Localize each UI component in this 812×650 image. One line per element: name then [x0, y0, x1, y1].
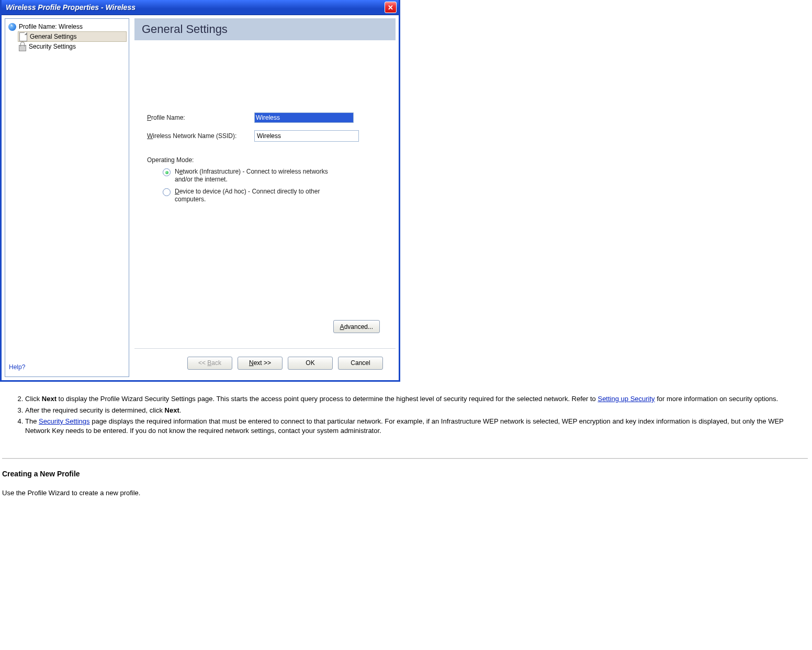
radio-adhoc-label[interactable]: Device to device (Ad hoc) - Connect dire… [175, 188, 341, 203]
close-button[interactable]: ✕ [385, 2, 397, 13]
panel-heading: General Settings [142, 22, 228, 36]
titlebar[interactable]: Wireless Profile Properties - Wireless ✕ [2, 0, 399, 15]
radio-infrastructure-label[interactable]: Network (Infrastructure) - Connect to wi… [175, 168, 341, 184]
lock-icon [19, 45, 26, 51]
instruction-article: Click Next to display the Profile Wizard… [2, 394, 808, 498]
step-2: Click Next to display the Profile Wizard… [25, 394, 808, 404]
ok-button[interactable]: OK [288, 357, 333, 370]
tree-root-profile[interactable]: Profile Name: Wireless [7, 22, 127, 31]
general-settings-panel: General Settings Profile Name: Wireless … [134, 18, 396, 377]
page-icon [19, 32, 27, 41]
tree-item-label: General Settings [30, 33, 76, 40]
ssid-input[interactable] [254, 130, 359, 142]
step-4: The Security Settings page displays the … [25, 417, 808, 435]
paragraph-create-profile: Use the Profile Wizard to create a new p… [2, 488, 808, 498]
tree-item-label: Security Settings [29, 43, 76, 50]
window-title: Wireless Profile Properties - Wireless [6, 3, 136, 12]
link-security-settings[interactable]: Security Settings [39, 417, 90, 425]
advanced-button[interactable]: Advanced... [333, 320, 380, 333]
cancel-button[interactable]: Cancel [338, 357, 383, 370]
profile-name-label: Profile Name: [147, 114, 254, 121]
radio-adhoc[interactable] [163, 188, 171, 196]
operating-mode-label: Operating Mode: [147, 156, 383, 164]
dialog-button-bar: << Back Next >> OK Cancel [134, 348, 396, 377]
link-setting-up-security[interactable]: Setting up Security [597, 395, 655, 403]
tree-root-label: Profile Name: Wireless [19, 23, 83, 30]
heading-creating-new-profile: Creating a New Profile [2, 469, 808, 479]
back-button: << Back [187, 357, 232, 370]
wifi-icon [8, 23, 16, 31]
section-divider [2, 458, 808, 459]
profile-tree-sidebar: Profile Name: Wireless General Settings … [5, 18, 129, 377]
wireless-profile-dialog: Wireless Profile Properties - Wireless ✕… [0, 0, 400, 382]
tree-item-general-settings[interactable]: General Settings [18, 31, 127, 42]
radio-infrastructure[interactable] [163, 168, 171, 176]
panel-heading-band: General Settings [134, 18, 396, 40]
close-icon: ✕ [388, 4, 393, 11]
help-link[interactable]: Help? [9, 363, 25, 371]
profile-name-input[interactable]: Wireless [254, 112, 354, 123]
step-3: After the required security is determine… [25, 406, 808, 415]
ssid-label: Wireless Network Name (SSID): [147, 132, 254, 140]
radio-row-adhoc: Device to device (Ad hoc) - Connect dire… [163, 188, 341, 203]
radio-row-infrastructure: Network (Infrastructure) - Connect to wi… [163, 168, 341, 184]
tree-item-security-settings[interactable]: Security Settings [18, 42, 127, 51]
next-button[interactable]: Next >> [238, 357, 283, 370]
